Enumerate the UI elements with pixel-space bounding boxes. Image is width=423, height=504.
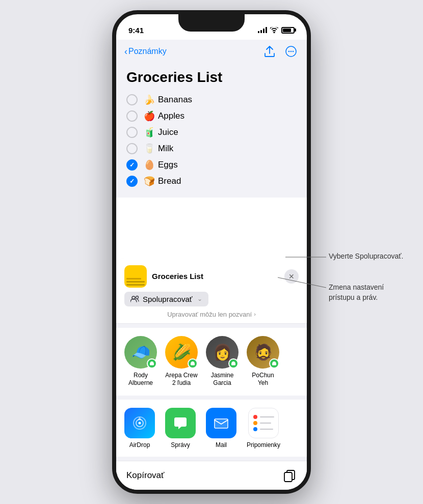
person-name-pochun: PoChunYeh bbox=[252, 372, 274, 387]
share-sheet: Groceries List ✕ Spolupraco bbox=[116, 258, 307, 490]
badge-pochun bbox=[269, 358, 279, 369]
share-title-row: Groceries List ✕ bbox=[124, 265, 299, 288]
apps-grid: AirDrop Správy bbox=[124, 408, 299, 449]
svg-rect-12 bbox=[284, 472, 292, 482]
checkbox-bread[interactable] bbox=[126, 176, 138, 187]
item-emoji-eggs: 🥚 bbox=[144, 159, 155, 171]
close-button[interactable]: ✕ bbox=[284, 269, 299, 284]
people-grid: 🧢 RodyAlbuerne 🌽 bbox=[124, 336, 299, 387]
checkbox-eggs[interactable] bbox=[126, 159, 138, 171]
checklist-item-eggs[interactable]: 🥚 Eggs bbox=[126, 157, 297, 173]
svg-point-3 bbox=[290, 51, 292, 52]
checklist-item-juice[interactable]: 🧃 Juice bbox=[126, 124, 297, 141]
item-text-eggs: 🥚 Eggs bbox=[144, 159, 178, 171]
status-icons bbox=[258, 27, 295, 34]
collaborate-row: Spolupracovať ⌄ bbox=[124, 292, 299, 306]
person-rody[interactable]: 🧢 RodyAlbuerne bbox=[124, 336, 157, 387]
svg-point-4 bbox=[293, 51, 294, 52]
more-button[interactable] bbox=[283, 44, 299, 59]
app-reminders[interactable]: Pripomienky bbox=[247, 408, 280, 449]
notch bbox=[178, 14, 245, 32]
share-header: Groceries List ✕ Spolupraco bbox=[116, 258, 307, 324]
item-emoji-juice: 🧃 bbox=[144, 127, 155, 138]
person-name-arepa: Arepa Crew2 ľudia bbox=[165, 372, 197, 387]
item-text-bread: 🍞 Bread bbox=[144, 176, 181, 187]
people-section: 🧢 RodyAlbuerne 🌽 bbox=[116, 328, 307, 396]
reminders-icon bbox=[248, 408, 279, 438]
collaborate-label: Spolupracovať bbox=[143, 295, 192, 303]
avatar-wrapper-rody: 🧢 bbox=[124, 336, 157, 369]
share-doc-title: Groceries List bbox=[152, 272, 203, 281]
notes-thumbnail bbox=[124, 265, 147, 288]
share-doc-info: Groceries List bbox=[124, 265, 203, 288]
mail-icon bbox=[206, 408, 236, 438]
badge-jasmine bbox=[228, 358, 239, 369]
signal-icon bbox=[258, 27, 267, 33]
person-pochun[interactable]: 🧔 PoChunYeh bbox=[247, 336, 279, 387]
svg-point-2 bbox=[288, 51, 290, 52]
person-name-rody: RodyAlbuerne bbox=[128, 372, 153, 387]
item-emoji-bread: 🍞 bbox=[144, 176, 155, 187]
nav-actions bbox=[262, 44, 299, 59]
back-label: Poznámky bbox=[128, 47, 167, 56]
item-emoji-bananas: 🍌 bbox=[144, 94, 155, 105]
access-chevron-icon: › bbox=[254, 311, 256, 317]
back-chevron-icon: ‹ bbox=[124, 46, 127, 57]
app-messages[interactable]: Správy bbox=[165, 408, 196, 449]
person-arepa[interactable]: 🌽 Arepa Crew2 ľudia bbox=[165, 336, 198, 387]
wifi-icon bbox=[270, 27, 278, 33]
person-name-jasmine: JasmineGarcia bbox=[211, 372, 234, 387]
callout-text-collaborate: Vyberte Spolupracovať. bbox=[329, 252, 403, 260]
checklist-item-bananas[interactable]: 🍌 Bananas bbox=[126, 92, 297, 108]
app-mail[interactable]: Mail bbox=[206, 408, 236, 449]
airdrop-label: AirDrop bbox=[129, 441, 150, 449]
item-emoji-apples: 🍎 bbox=[144, 110, 155, 122]
reminders-label: Pripomienky bbox=[247, 441, 280, 449]
item-text-bananas: 🍌 Bananas bbox=[144, 94, 192, 105]
battery-icon bbox=[281, 27, 295, 34]
messages-label: Správy bbox=[171, 441, 190, 449]
status-time: 9:41 bbox=[128, 26, 144, 35]
mail-label: Mail bbox=[216, 441, 227, 449]
collaborate-button[interactable]: Spolupracovať ⌄ bbox=[124, 292, 208, 306]
nav-bar: ‹ Poznámky bbox=[116, 40, 307, 63]
checkbox-apples[interactable] bbox=[126, 110, 138, 122]
airdrop-icon bbox=[124, 408, 155, 438]
person-jasmine[interactable]: 👩 JasmineGarcia bbox=[206, 336, 239, 387]
checkbox-juice[interactable] bbox=[126, 127, 138, 138]
item-text-milk: 🥛 Milk bbox=[144, 143, 173, 154]
item-emoji-milk: 🥛 bbox=[144, 143, 155, 154]
avatar-wrapper-pochun: 🧔 bbox=[247, 336, 279, 369]
svg-point-6 bbox=[136, 296, 139, 299]
badge-rody bbox=[147, 358, 157, 369]
callout-text-access: Zmena nastaveníprístupu a práv. bbox=[329, 283, 384, 302]
avatar-wrapper-arepa: 🌽 bbox=[165, 336, 198, 369]
access-info[interactable]: Upravovať môžu len pozvaní › bbox=[124, 306, 299, 318]
notes-area: Groceries List 🍌 Bananas 🍎 Apples bbox=[116, 63, 307, 198]
people-icon bbox=[130, 295, 140, 302]
svg-point-9 bbox=[139, 422, 141, 425]
checklist-item-apples[interactable]: 🍎 Apples bbox=[126, 108, 297, 124]
checkbox-milk[interactable] bbox=[126, 143, 138, 154]
avatar-wrapper-jasmine: 👩 bbox=[206, 336, 239, 369]
access-text: Upravovať môžu len pozvaní bbox=[167, 311, 252, 318]
checkbox-bananas[interactable] bbox=[126, 94, 138, 105]
share-button[interactable] bbox=[262, 44, 277, 59]
app-airdrop[interactable]: AirDrop bbox=[124, 408, 155, 449]
checklist-item-bread[interactable]: 🍞 Bread bbox=[126, 173, 297, 189]
side-button bbox=[309, 116, 311, 147]
note-title: Groceries List bbox=[126, 69, 297, 86]
collaborate-chevron-icon: ⌄ bbox=[197, 295, 202, 302]
badge-arepa bbox=[188, 358, 198, 369]
item-text-juice: 🧃 Juice bbox=[144, 127, 178, 138]
item-text-apples: 🍎 Apples bbox=[144, 110, 184, 122]
svg-point-0 bbox=[274, 32, 275, 34]
apps-section: AirDrop Správy bbox=[116, 400, 307, 457]
messages-icon bbox=[165, 408, 196, 438]
checklist-item-milk[interactable]: 🥛 Milk bbox=[126, 141, 297, 157]
copy-button[interactable] bbox=[282, 468, 297, 483]
back-button[interactable]: ‹ Poznámky bbox=[124, 46, 167, 57]
bottom-action: Kopírovať bbox=[116, 461, 307, 490]
copy-label: Kopírovať bbox=[126, 470, 164, 481]
